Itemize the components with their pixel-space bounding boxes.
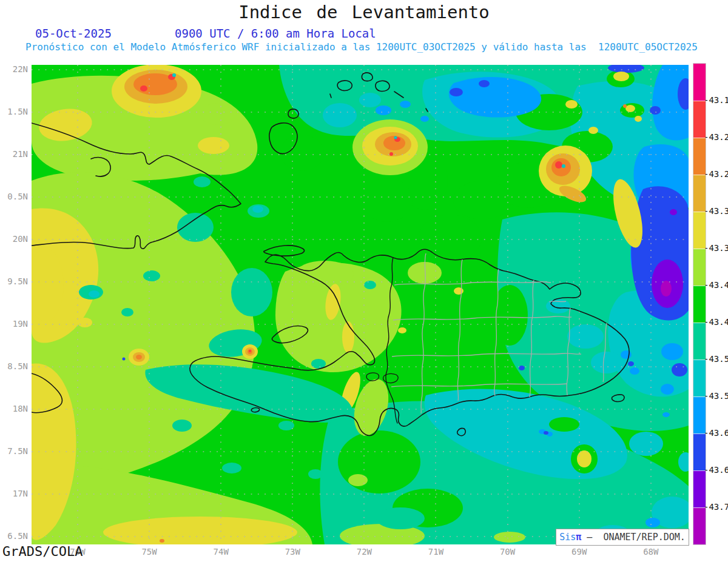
x-axis-label: 70W <box>491 547 525 557</box>
y-axis-label: 1.5N <box>0 107 28 116</box>
map-canvas <box>32 65 689 544</box>
onamet-badge: Sisπ – ONAMET/REP.DOM. <box>556 529 689 546</box>
x-axis-label: 71W <box>419 547 453 557</box>
colorbar-label: -43.7 <box>704 502 728 512</box>
colorbar-label: -43.2 <box>704 169 728 179</box>
colorbar-label: -43.6 <box>704 428 728 438</box>
x-axis-label: 68W <box>634 547 668 557</box>
x-axis-label: 73W <box>275 547 309 557</box>
y-axis-label: 20N <box>0 234 28 244</box>
x-axis-label: 74W <box>204 547 238 557</box>
forecast-date: 05-Oct-2025 <box>35 27 112 40</box>
y-axis-label: 7.5N <box>0 446 28 456</box>
colorbar-label: -43.3 <box>704 243 728 253</box>
colorbar-label: -43.3 <box>704 206 728 216</box>
forecast-time: 0900 UTC / 6:00 am Hora Local <box>175 27 376 40</box>
y-axis-label: 19N <box>0 319 28 329</box>
y-axis-label: 0.5N <box>0 192 28 201</box>
x-axis-label: 72W <box>347 547 381 557</box>
colorbar-label: -43.4 <box>704 317 728 327</box>
page-title: Indice de Levantamiento <box>0 2 728 22</box>
colorbar-label: -43.5 <box>704 391 728 401</box>
y-axis-label: 17N <box>0 489 28 498</box>
contour-fill-field <box>32 65 689 544</box>
y-axis-label: 8.5N <box>0 361 28 371</box>
y-axis-label: 6.5N <box>0 531 28 541</box>
y-axis-label: 18N <box>0 404 28 413</box>
colorbar-label: -43.6 <box>704 465 728 475</box>
colorbar-label: -43.4 <box>704 280 728 290</box>
badge-text: – ONAMET/REP.DOM. <box>581 532 686 543</box>
colorbar-segment <box>693 507 706 544</box>
y-axis-label: 9.5N <box>0 276 28 286</box>
weather-map-page: { "header": { "title": "Indice de Levant… <box>0 0 728 562</box>
colorbar-label: -43.1 <box>704 95 728 105</box>
y-axis-label: 22N <box>0 64 28 74</box>
badge-brand: Sis <box>559 532 576 543</box>
y-axis-label: 21N <box>0 149 28 159</box>
x-axis-label: 69W <box>562 547 596 557</box>
pi-logo-icon: π <box>576 532 581 543</box>
colorbar-label: -43.2 <box>704 132 728 142</box>
colorbar-label: -43.5 <box>704 354 728 364</box>
grads-credit: GrADS/COLA <box>2 544 83 559</box>
x-axis-label: 75W <box>132 547 166 557</box>
model-init-line: Pronóstico con el Modelo Atmósferico WRF… <box>25 41 698 53</box>
